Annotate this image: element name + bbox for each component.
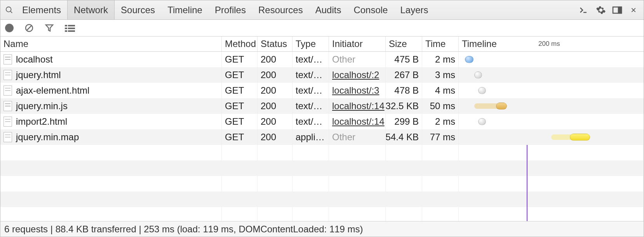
request-size: 267 B <box>386 67 422 83</box>
svg-line-1 <box>10 11 12 13</box>
request-method: GET <box>222 52 258 67</box>
request-type: text/… <box>292 67 329 83</box>
request-name: jquery.min.map <box>16 132 79 143</box>
record-icon[interactable] <box>5 24 14 32</box>
request-type: text/… <box>292 52 329 67</box>
request-timeline <box>459 114 644 129</box>
tab-console[interactable]: Console <box>347 0 394 19</box>
request-size: 478 B <box>386 83 422 98</box>
request-method: GET <box>222 129 258 145</box>
tab-resources[interactable]: Resources <box>252 0 309 19</box>
tab-elements[interactable]: Elements <box>16 0 67 19</box>
tab-audits[interactable]: Audits <box>309 0 348 19</box>
devtools-tabbar: ElementsNetworkSourcesTimelineProfilesRe… <box>0 0 644 20</box>
table-row[interactable]: import2.htmlGET200text/…localhost/:14299… <box>0 114 644 129</box>
request-type: text/… <box>292 98 329 114</box>
request-timeline <box>459 98 644 114</box>
tab-profiles[interactable]: Profiles <box>209 0 252 19</box>
request-size: 475 B <box>386 52 422 67</box>
request-status: 200 <box>258 129 292 145</box>
request-size: 299 B <box>386 114 422 129</box>
request-initiator: Other <box>329 129 386 145</box>
request-status: 200 <box>258 67 292 83</box>
request-method: GET <box>222 98 258 114</box>
request-initiator: Other <box>329 52 386 67</box>
tab-network[interactable]: Network <box>67 0 115 19</box>
svg-rect-13 <box>68 30 75 32</box>
timeline-tick-label: 200 ms <box>538 40 560 48</box>
request-method: GET <box>222 67 258 83</box>
request-initiator[interactable]: localhost/:2 <box>329 67 386 83</box>
table-row[interactable]: ajax-element.htmlGET200text/…localhost/:… <box>0 83 644 98</box>
col-name[interactable]: Name <box>0 37 222 51</box>
dock-side-icon[interactable] <box>612 5 623 16</box>
search-icon[interactable] <box>3 6 16 14</box>
filter-icon[interactable] <box>45 23 54 33</box>
request-time: 4 ms <box>422 83 459 98</box>
console-drawer-icon[interactable] <box>579 5 590 16</box>
file-icon <box>3 117 12 127</box>
table-row[interactable]: jquery.htmlGET200text/…localhost/:2267 B… <box>0 67 644 83</box>
request-time: 3 ms <box>422 67 459 83</box>
close-icon[interactable]: × <box>628 5 639 16</box>
col-status[interactable]: Status <box>258 37 292 51</box>
file-icon <box>3 54 12 64</box>
request-time: 77 ms <box>422 129 459 145</box>
request-time: 2 ms <box>422 52 459 67</box>
status-bar: 6 requests | 88.4 KB transferred | 253 m… <box>0 221 644 237</box>
file-icon <box>3 70 12 80</box>
col-timeline[interactable]: Timeline 200 ms <box>459 37 644 51</box>
settings-gear-icon[interactable] <box>595 5 606 16</box>
col-type[interactable]: Type <box>292 37 329 51</box>
request-initiator[interactable]: localhost/:14 <box>329 114 386 129</box>
svg-rect-4 <box>618 7 621 13</box>
file-icon <box>3 85 12 96</box>
request-size: 54.4 KB <box>386 129 422 145</box>
request-name: localhost <box>16 54 53 65</box>
table-header: Name Method Status Type Initiator Size T… <box>0 36 644 52</box>
table-row[interactable]: jquery.min.jsGET200text/…localhost/:1432… <box>0 98 644 114</box>
col-method[interactable]: Method <box>222 37 258 51</box>
col-size[interactable]: Size <box>386 37 422 51</box>
table-row[interactable]: localhostGET200text/…Other475 B2 ms <box>0 52 644 67</box>
svg-rect-8 <box>65 25 67 26</box>
tab-layers[interactable]: Layers <box>394 0 434 19</box>
request-timeline <box>459 67 644 83</box>
svg-rect-10 <box>65 28 67 29</box>
request-status: 200 <box>258 83 292 98</box>
overview-icon[interactable] <box>65 24 75 32</box>
col-initiator[interactable]: Initiator <box>329 37 386 51</box>
tab-sources[interactable]: Sources <box>115 0 161 19</box>
svg-marker-7 <box>46 25 53 31</box>
svg-rect-12 <box>65 30 67 32</box>
request-type: text/… <box>292 114 329 129</box>
request-method: GET <box>222 114 258 129</box>
request-type: appli… <box>292 129 329 145</box>
svg-rect-11 <box>68 28 75 29</box>
request-status: 200 <box>258 114 292 129</box>
request-timeline <box>459 129 644 145</box>
request-name: import2.html <box>16 116 67 127</box>
request-size: 32.5 KB <box>386 98 422 114</box>
request-time: 2 ms <box>422 114 459 129</box>
request-name: jquery.html <box>16 70 61 80</box>
col-time[interactable]: Time <box>422 37 459 51</box>
request-time: 50 ms <box>422 98 459 114</box>
request-name: jquery.min.js <box>16 101 68 112</box>
clear-icon[interactable] <box>24 23 34 33</box>
request-method: GET <box>222 83 258 98</box>
network-toolbar <box>0 20 644 36</box>
request-name: ajax-element.html <box>16 85 89 96</box>
request-initiator[interactable]: localhost/:3 <box>329 83 386 98</box>
file-icon <box>3 132 12 142</box>
svg-line-6 <box>27 26 31 30</box>
request-status: 200 <box>258 98 292 114</box>
request-timeline <box>459 83 644 98</box>
svg-rect-9 <box>68 25 75 26</box>
tab-timeline[interactable]: Timeline <box>161 0 209 19</box>
request-status: 200 <box>258 52 292 67</box>
request-initiator[interactable]: localhost/:14 <box>329 98 386 114</box>
file-icon <box>3 101 12 111</box>
table-row[interactable]: jquery.min.mapGET200appli…Other54.4 KB77… <box>0 129 644 145</box>
request-timeline <box>459 52 644 67</box>
